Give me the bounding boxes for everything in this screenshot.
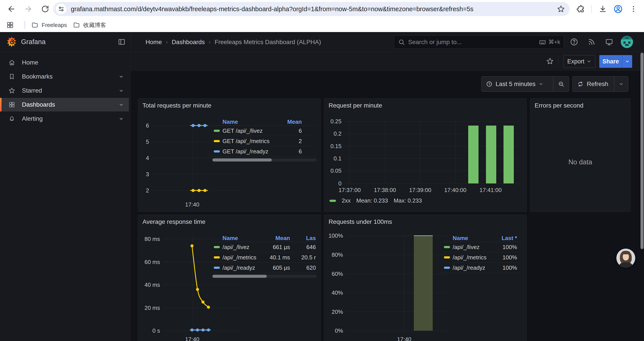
breadcrumb-home[interactable]: Home bbox=[146, 39, 162, 46]
search-placeholder: Search or jump to... bbox=[408, 39, 539, 46]
site-settings-icon[interactable] bbox=[56, 4, 66, 14]
breadcrumb-dashboards[interactable]: Dashboards bbox=[172, 39, 205, 46]
refresh-icon bbox=[577, 81, 584, 87]
legend-row[interactable]: GET /api/_/metrics2 bbox=[212, 136, 317, 146]
series-name[interactable]: 2xx bbox=[342, 197, 350, 204]
legend-row[interactable]: /api/_/readyz100% bbox=[442, 263, 522, 273]
legend-row[interactable]: /api/_/metrics40.1 ms20.5 r bbox=[212, 252, 317, 263]
time-range-picker[interactable]: Last 5 minutes bbox=[481, 76, 569, 92]
series-name[interactable]: /api/_/livez bbox=[453, 244, 480, 251]
brand-label[interactable]: Grafana bbox=[21, 38, 46, 46]
legend-row[interactable]: GET /api/_/livez6 bbox=[212, 126, 317, 136]
extensions-puzzle-icon[interactable] bbox=[576, 4, 586, 14]
search-shortcut: ⌘+k bbox=[539, 38, 560, 46]
legend-table: NameLast */api/_/livez100%/api/_/metrics… bbox=[442, 234, 522, 273]
forward-arrow-icon[interactable] bbox=[23, 4, 34, 14]
legend-header-name[interactable]: Name bbox=[222, 118, 238, 125]
series-name[interactable]: /api/_/metrics bbox=[222, 254, 256, 261]
series-name[interactable]: /api/_/livez bbox=[222, 244, 250, 251]
sidebar-item-home[interactable]: Home bbox=[0, 56, 129, 69]
legend-header-name[interactable]: Name bbox=[453, 235, 468, 241]
avatar-bangs bbox=[622, 251, 630, 254]
help-icon[interactable] bbox=[569, 37, 579, 47]
download-icon[interactable] bbox=[598, 4, 608, 14]
apps-grid-icon[interactable] bbox=[5, 20, 15, 30]
sidebar-item-alerting[interactable]: Alerting bbox=[0, 112, 129, 126]
legend-scrollbar[interactable] bbox=[212, 158, 317, 162]
url-bar[interactable]: grafana.mathmast.com/d/deytv4rwavabkb/fr… bbox=[53, 2, 570, 16]
legend-header-row: NameMean bbox=[212, 118, 317, 126]
bookmarks-divider bbox=[24, 21, 25, 29]
requests-under-100ms-chart bbox=[324, 215, 527, 341]
back-arrow-icon[interactable] bbox=[6, 4, 17, 14]
panel-title[interactable]: Errors per second bbox=[534, 102, 584, 109]
series-name[interactable]: /api/_/readyz bbox=[222, 264, 255, 271]
y-axis-tick: 80 ms bbox=[140, 236, 160, 242]
grafana-topnav: Grafana Home › Dashboards › Freeleaps Me… bbox=[0, 32, 644, 52]
bookmarks-bar: Freeleaps 收藏博客 bbox=[0, 18, 644, 32]
menu-kebab-icon[interactable] bbox=[628, 4, 639, 14]
nav-left: Grafana bbox=[0, 32, 131, 52]
legend-row[interactable]: /api/_/readyz605 µs620 bbox=[212, 263, 317, 273]
export-button[interactable]: Export bbox=[563, 55, 595, 68]
series-name[interactable]: GET /api/_/metrics bbox=[222, 138, 270, 145]
legend-row[interactable]: GET /api/_/readyz6 bbox=[212, 146, 317, 157]
legend-scrollbar[interactable] bbox=[212, 275, 317, 278]
series-value: 100% bbox=[502, 264, 517, 271]
chevron-down-icon[interactable] bbox=[118, 102, 124, 108]
legend-row[interactable]: /api/_/livez100% bbox=[442, 242, 522, 252]
y-axis-tick: 0.1 bbox=[325, 155, 342, 162]
chevron-down-icon[interactable] bbox=[118, 116, 124, 122]
page-scrollbar[interactable] bbox=[640, 53, 644, 249]
bookmark-star-icon[interactable] bbox=[555, 3, 566, 15]
sidebar-item-dashboards[interactable]: Dashboards bbox=[0, 98, 129, 112]
sidebar-item-starred[interactable]: Starred bbox=[0, 84, 129, 97]
favorite-star-icon[interactable] bbox=[545, 56, 555, 66]
legend-header-last[interactable]: Last * bbox=[502, 235, 517, 241]
legend-row[interactable]: /api/_/livez661 µs646 bbox=[212, 242, 317, 252]
url-text[interactable]: grafana.mathmast.com/d/deytv4rwavabkb/fr… bbox=[71, 6, 555, 13]
series-name[interactable]: GET /api/_/readyz bbox=[222, 148, 268, 155]
chevron-down-icon bbox=[619, 82, 624, 87]
zoom-out-button[interactable] bbox=[553, 77, 569, 92]
legend-scrollbar-thumb[interactable] bbox=[212, 275, 267, 278]
dashboards-grid-icon bbox=[8, 101, 15, 108]
series-value: 20.5 r bbox=[302, 254, 316, 261]
news-rss-icon[interactable] bbox=[586, 37, 597, 47]
legend-header-mean[interactable]: Mean bbox=[276, 235, 290, 241]
profile-icon[interactable] bbox=[613, 4, 624, 14]
series-name[interactable]: /api/_/metrics bbox=[453, 254, 486, 261]
share-dropdown-caret[interactable] bbox=[622, 55, 632, 68]
assistant-avatar[interactable] bbox=[616, 249, 635, 267]
refresh-button[interactable]: Refresh bbox=[572, 76, 628, 92]
bookmark-folder-freeleaps[interactable]: Freeleaps bbox=[31, 20, 67, 30]
y-axis-tick: 60% bbox=[325, 270, 343, 277]
search-input[interactable]: Search or jump to... ⌘+k bbox=[394, 35, 564, 49]
legend-header-mean[interactable]: Mean bbox=[287, 118, 302, 125]
series-color-dash bbox=[214, 256, 220, 258]
share-button[interactable]: Share bbox=[599, 55, 632, 68]
monitor-icon[interactable] bbox=[604, 37, 614, 47]
breadcrumb-current: Freeleaps Metrics Dashboard (ALPHA) bbox=[214, 39, 321, 46]
legend-header-name[interactable]: Name bbox=[222, 235, 238, 241]
series-name[interactable]: /api/_/readyz bbox=[453, 264, 485, 271]
legend-row[interactable]: /api/_/metrics100% bbox=[442, 252, 522, 263]
legend-header-las[interactable]: Las bbox=[306, 235, 316, 241]
chevron-down-icon[interactable] bbox=[118, 88, 124, 94]
refresh-interval-caret[interactable] bbox=[614, 77, 628, 92]
series-color-dash bbox=[214, 246, 220, 248]
bookmark-folder-blogs[interactable]: 收藏博客 bbox=[73, 20, 106, 30]
reload-icon[interactable] bbox=[40, 4, 50, 14]
chevron-down-icon[interactable] bbox=[118, 74, 124, 80]
sidebar-item-bookmarks[interactable]: Bookmarks bbox=[0, 70, 129, 83]
panel-errors-per-second: Errors per second No data bbox=[530, 98, 631, 212]
y-axis-tick: 0 bbox=[325, 180, 342, 187]
series-color-dash bbox=[444, 267, 450, 269]
grafana-logo[interactable] bbox=[6, 36, 18, 48]
y-axis-tick: 0 s bbox=[140, 327, 160, 334]
series-name[interactable]: GET /api/_/livez bbox=[222, 128, 262, 134]
user-avatar[interactable] bbox=[621, 36, 633, 48]
panel-collapse-icon[interactable] bbox=[116, 37, 127, 47]
legend-header-row: NameLast * bbox=[442, 234, 522, 242]
legend-scrollbar-thumb[interactable] bbox=[212, 158, 272, 162]
